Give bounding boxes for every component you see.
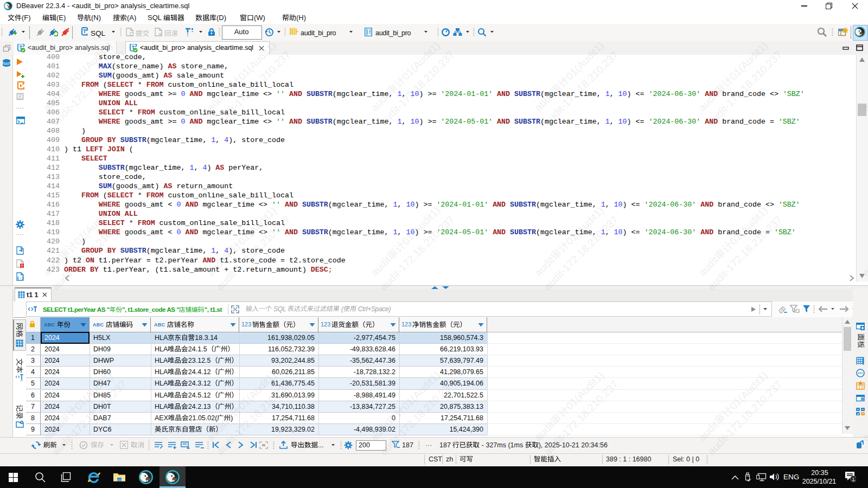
svg-text:1: 1 (852, 477, 854, 482)
